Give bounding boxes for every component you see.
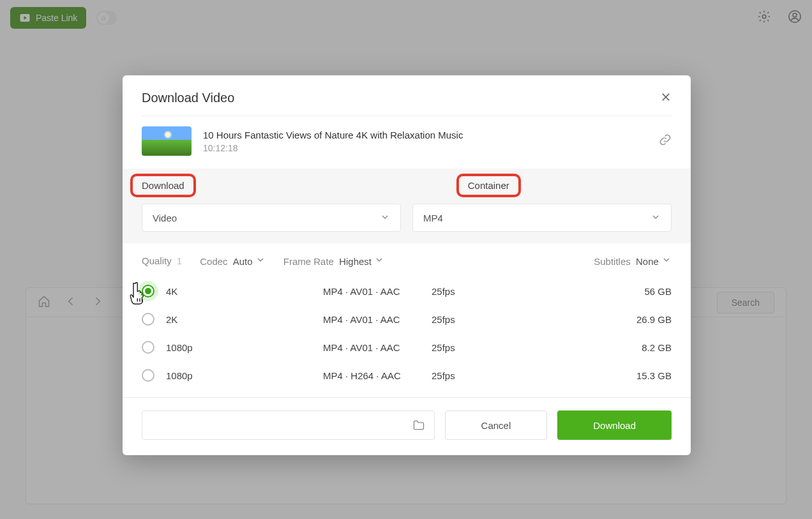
option-codec: MP4 · H264 · AAC: [323, 370, 432, 381]
select-labels-row: Download Container: [123, 169, 691, 197]
option-size: 8.2 GB: [591, 342, 672, 353]
download-type-value: Video: [153, 213, 177, 223]
option-fps: 25fps: [432, 286, 591, 297]
output-folder-field[interactable]: [142, 410, 435, 440]
video-info-row: 10 Hours Fantastic Views of Nature 4K wi…: [123, 116, 691, 169]
radio-icon: [142, 341, 154, 354]
option-quality: 1080p: [166, 342, 323, 353]
option-codec: MP4 · AV01 · AAC: [323, 286, 432, 297]
quality-option-row[interactable]: 1080pMP4 · H264 · AAC25fps15.3 GB: [142, 361, 672, 389]
video-meta: 10 Hours Fantastic Views of Nature 4K wi…: [203, 130, 647, 153]
video-duration: 10:12:18: [203, 143, 647, 153]
quality-option-list: 4KMP4 · AV01 · AAC25fps56 GB2KMP4 · AV01…: [123, 273, 691, 389]
cancel-button[interactable]: Cancel: [445, 410, 548, 440]
radio-icon: [142, 313, 154, 326]
option-size: 15.3 GB: [591, 370, 672, 381]
quality-option-row[interactable]: 2KMP4 · AV01 · AAC25fps26.9 GB: [142, 305, 672, 333]
option-size: 26.9 GB: [591, 314, 672, 325]
option-quality: 2K: [166, 314, 323, 325]
container-section-label: Container: [456, 174, 521, 197]
container-type-select[interactable]: MP4: [412, 204, 672, 232]
option-fps: 25fps: [432, 342, 591, 353]
download-video-modal: Download Video 10 Hours Fantastic Views …: [123, 75, 691, 455]
video-title: 10 Hours Fantastic Views of Nature 4K wi…: [203, 130, 647, 140]
option-codec: MP4 · AV01 · AAC: [323, 314, 432, 325]
folder-icon: [412, 419, 425, 432]
quality-option-row[interactable]: 4KMP4 · AV01 · AAC25fps56 GB: [142, 277, 672, 305]
link-icon: [659, 133, 672, 146]
subtitles-filter[interactable]: Subtitles None: [594, 255, 672, 267]
download-section-label: Download: [130, 174, 196, 197]
modal-footer: Cancel Download: [123, 397, 691, 455]
option-codec: MP4 · AV01 · AAC: [323, 342, 432, 353]
download-type-select[interactable]: Video: [142, 204, 401, 232]
download-button[interactable]: Download: [557, 410, 672, 440]
close-icon: [660, 91, 672, 103]
chevron-down-icon: [380, 212, 390, 224]
option-fps: 25fps: [432, 370, 591, 381]
container-type-value: MP4: [423, 213, 443, 223]
chevron-down-icon: [374, 256, 384, 267]
quality-option-row[interactable]: 1080pMP4 · AV01 · AAC25fps8.2 GB: [142, 333, 672, 361]
option-quality: 1080p: [166, 370, 323, 381]
video-thumbnail: [142, 126, 192, 156]
option-quality: 4K: [166, 286, 323, 297]
chevron-down-icon: [661, 256, 672, 267]
option-size: 56 GB: [591, 286, 672, 297]
framerate-filter[interactable]: Frame Rate Highest: [283, 255, 384, 267]
close-button[interactable]: [660, 91, 672, 105]
radio-icon: [142, 285, 154, 297]
select-controls-row: Video MP4: [123, 197, 691, 243]
chevron-down-icon: [650, 212, 661, 224]
modal-title: Download Video: [142, 91, 234, 105]
filter-row: Quality 1 Codec Auto Frame Rate Highest …: [123, 243, 691, 273]
codec-filter[interactable]: Codec Auto: [200, 255, 266, 267]
modal-header: Download Video: [123, 75, 691, 116]
quality-filter[interactable]: Quality 1: [142, 255, 182, 266]
copy-link-button[interactable]: [659, 133, 672, 149]
option-fps: 25fps: [432, 314, 591, 325]
radio-icon: [142, 369, 154, 382]
chevron-down-icon: [255, 256, 266, 267]
